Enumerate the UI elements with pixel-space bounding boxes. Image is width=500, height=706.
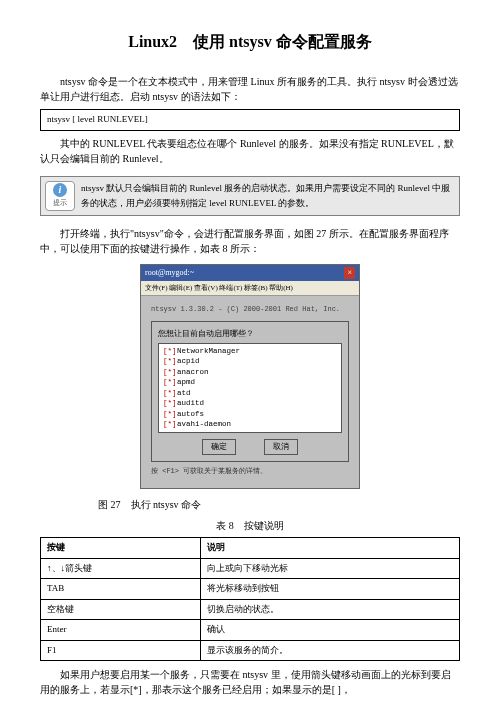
tip-text: ntsysv 默认只会编辑目前的 Runlevel 服务的启动状态。如果用户需要… — [81, 181, 455, 210]
app-version: ntsysv 1.3.30.2 - (C) 2000-2001 Red Hat,… — [151, 304, 349, 315]
table-row: F1显示该服务的简介。 — [41, 640, 460, 661]
list-item[interactable]: [*]apmd — [163, 377, 337, 388]
table-row: Enter确认 — [41, 620, 460, 641]
th-desc: 说明 — [200, 538, 459, 559]
table-caption: 表 8 按键说明 — [40, 518, 460, 533]
hint-line: 按 <F1> 可获取关于某服务的详情。 — [151, 466, 349, 477]
list-item[interactable]: [*]anacron — [163, 367, 337, 378]
tui-dialog: 您想让目前自动启用哪些？ [*]NetworkManager [*]acpid … — [151, 321, 349, 462]
dialog-heading: 您想让目前自动启用哪些？ — [158, 328, 342, 340]
dialog-buttons: 确定 取消 — [158, 439, 342, 455]
cancel-button[interactable]: 取消 — [264, 439, 298, 455]
tip-callout: i 提示 ntsysv 默认只会编辑目前的 Runlevel 服务的启动状态。如… — [40, 176, 460, 216]
menubar[interactable]: 文件(F) 编辑(E) 查看(V) 终端(T) 标签(B) 帮助(H) — [141, 281, 359, 297]
table-header-row: 按键 说明 — [41, 538, 460, 559]
info-icon: i 提示 — [45, 181, 75, 211]
list-item[interactable]: [*]auditd — [163, 398, 337, 409]
page-title: Linux2 使用 ntsysv 命令配置服务 — [40, 30, 460, 54]
tip-label: 提示 — [53, 198, 67, 209]
figure-caption: 图 27 执行 ntsysv 命令 — [98, 497, 460, 512]
table-row: 空格键切换启动的状态。 — [41, 599, 460, 620]
titlebar: root@mygod:~ × — [141, 265, 359, 281]
list-item[interactable]: [*]acpid — [163, 356, 337, 367]
ok-button[interactable]: 确定 — [202, 439, 236, 455]
list-item[interactable]: [*]autofs — [163, 409, 337, 420]
paragraph-3: 打开终端，执行"ntsysv"命令，会进行配置服务界面，如图 27 所示。在配置… — [40, 226, 460, 256]
table-row: TAB将光标移动到按钮 — [41, 579, 460, 600]
intro-paragraph-1: ntsysv 命令是一个在文本模式中，用来管理 Linux 所有服务的工具。执行… — [40, 74, 460, 104]
list-item[interactable]: [*]atd — [163, 388, 337, 399]
service-list[interactable]: [*]NetworkManager [*]acpid [*]anacron [*… — [158, 343, 342, 433]
keys-table: 按键 说明 ↑、↓箭头键向上或向下移动光标 TAB将光标移动到按钮 空格键切换启… — [40, 537, 460, 661]
th-key: 按键 — [41, 538, 201, 559]
close-icon[interactable]: × — [344, 267, 355, 279]
syntax-box: ntsysv [ level RUNLEVEL] — [40, 109, 460, 131]
info-i-icon: i — [53, 183, 67, 197]
intro-paragraph-2: 其中的 RUNLEVEL 代表要组态位在哪个 Runlevel 的服务。如果没有… — [40, 136, 460, 166]
terminal-window: root@mygod:~ × 文件(F) 编辑(E) 查看(V) 终端(T) 标… — [140, 264, 360, 490]
window-title: root@mygod:~ — [145, 267, 194, 279]
table-row: ↑、↓箭头键向上或向下移动光标 — [41, 558, 460, 579]
syntax-text: ntsysv [ level RUNLEVEL] — [47, 114, 148, 124]
list-item[interactable]: [*]avahi-daemon — [163, 419, 337, 430]
terminal-body: ntsysv 1.3.30.2 - (C) 2000-2001 Red Hat,… — [141, 296, 359, 488]
list-item[interactable]: [*]NetworkManager — [163, 346, 337, 357]
paragraph-4: 如果用户想要启用某一个服务，只需要在 ntsysv 里，使用箭头键移动画面上的光… — [40, 667, 460, 697]
